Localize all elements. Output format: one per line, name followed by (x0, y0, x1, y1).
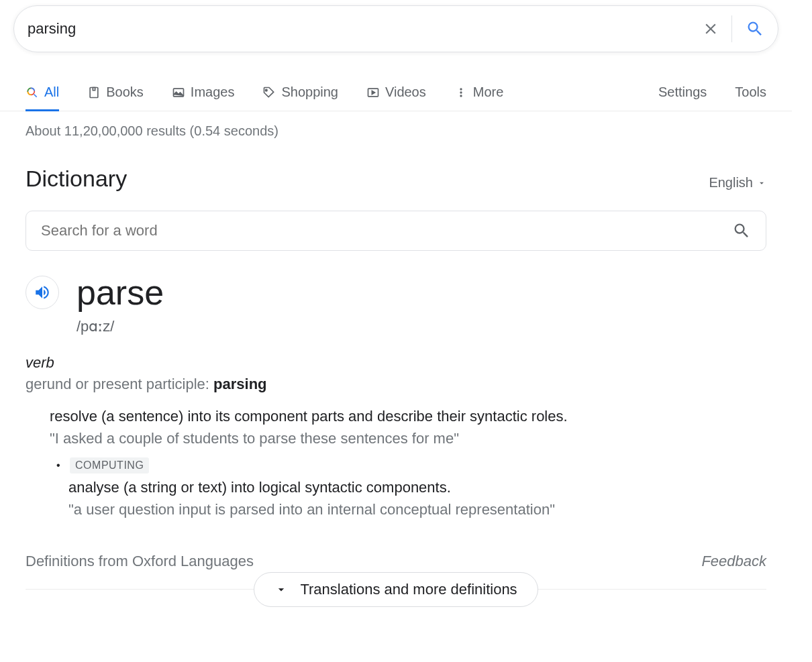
part-of-speech: verb (26, 354, 766, 372)
word-search-box (26, 211, 766, 251)
tab-videos[interactable]: Videos (366, 74, 426, 111)
settings-link[interactable]: Settings (658, 85, 707, 100)
language-select[interactable]: English (709, 175, 766, 190)
tab-images[interactable]: Images (172, 74, 235, 111)
clear-button[interactable] (702, 15, 732, 42)
search-bar (13, 5, 778, 52)
tab-label: Images (191, 85, 235, 100)
dictionary-title: Dictionary (26, 166, 127, 192)
svg-rect-5 (90, 87, 98, 97)
expand-button[interactable]: Translations and more definitions (254, 572, 538, 607)
svg-rect-6 (93, 87, 95, 90)
speaker-icon (34, 284, 51, 301)
tab-shopping[interactable]: Shopping (262, 74, 338, 111)
word-form: gerund or present participle: parsing (26, 376, 766, 393)
svg-point-10 (460, 88, 462, 90)
word-search-input[interactable] (41, 222, 732, 239)
svg-point-12 (460, 95, 462, 97)
tab-label: More (473, 85, 504, 100)
feedback-link[interactable]: Feedback (701, 553, 766, 570)
tab-label: All (44, 85, 59, 100)
language-label: English (709, 175, 753, 190)
search-multicolor-icon (26, 86, 39, 99)
search-icon (746, 19, 764, 38)
expand-label: Translations and more definitions (300, 581, 517, 598)
example-text: "I asked a couple of students to parse t… (50, 427, 766, 449)
definition-source: Definitions from Oxford Languages (26, 553, 254, 570)
svg-line-4 (34, 94, 37, 97)
definition-text: resolve (a sentence) into its component … (50, 405, 766, 427)
tabs-bar: All Books Images Shopping Videos More Se… (0, 74, 792, 111)
search-input[interactable] (28, 20, 702, 38)
tab-label: Videos (385, 85, 426, 100)
svg-point-8 (266, 89, 268, 91)
headword: parse (77, 272, 164, 313)
tab-label: Books (106, 85, 144, 100)
more-icon (454, 86, 468, 99)
tag-icon (262, 86, 276, 99)
pronunciation: /pɑːz/ (77, 318, 766, 335)
tab-more[interactable]: More (454, 74, 504, 111)
tab-books[interactable]: Books (87, 74, 144, 111)
chevron-down-icon (274, 583, 288, 596)
video-icon (366, 86, 380, 99)
search-button[interactable] (746, 19, 764, 38)
domain-tag: COMPUTING (70, 457, 149, 474)
result-stats: About 11,20,00,000 results (0.54 seconds… (0, 111, 792, 139)
sub-example-text: "a user question input is parsed into an… (68, 498, 766, 520)
sub-definition-text: analyse (a string or text) into logical … (68, 476, 766, 498)
svg-point-11 (460, 91, 462, 93)
book-icon (87, 86, 101, 99)
search-icon[interactable] (732, 221, 751, 240)
image-icon (172, 86, 185, 99)
dropdown-icon (757, 178, 766, 188)
tab-label: Shopping (281, 85, 338, 100)
tab-all[interactable]: All (26, 74, 59, 111)
pronounce-button[interactable] (26, 276, 59, 309)
tools-link[interactable]: Tools (735, 85, 766, 100)
dictionary-block: Dictionary English parse /pɑːz/ verb ger… (0, 166, 792, 624)
close-icon (702, 20, 719, 38)
